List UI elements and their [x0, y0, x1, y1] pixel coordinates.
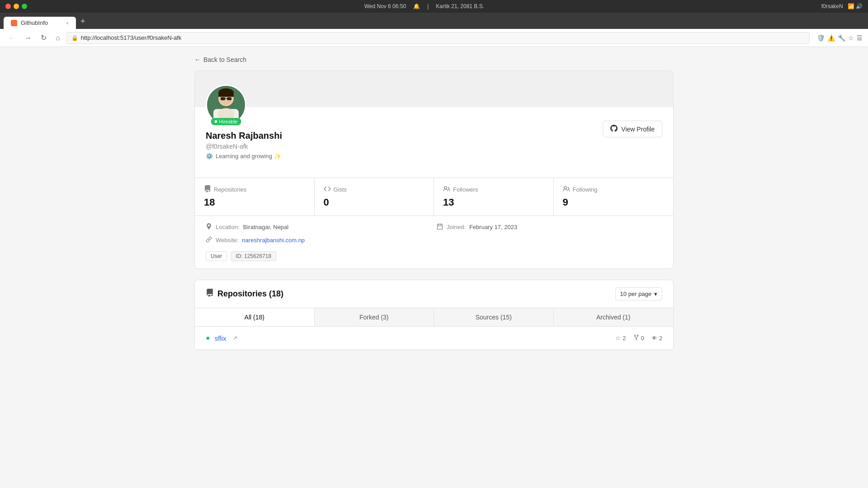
tab-all[interactable]: All (18) [195, 308, 315, 326]
github-icon [610, 125, 618, 133]
stars-value: 2 [623, 335, 626, 342]
maximize-dot[interactable] [22, 4, 27, 9]
following-icon [563, 185, 570, 194]
fork-icon [633, 334, 639, 342]
profile-card: View Profile [194, 70, 674, 269]
per-page-label: 10 per page [620, 291, 651, 297]
separator: | [427, 3, 429, 9]
stats-grid: Repositories 18 Gists 0 [195, 178, 673, 216]
id-tag: ID: 125626718 [231, 251, 276, 261]
tab-title: GithubInfo [21, 19, 48, 26]
hireable-dot [215, 120, 217, 123]
profile-meta: Location: Biratnagar, Nepal Joined: Febr… [195, 216, 673, 251]
repo-watchers: 👁 2 [651, 335, 662, 342]
view-profile-label: View Profile [621, 126, 655, 133]
repo-item-stats: ☆ 2 0 👁 2 [615, 334, 662, 342]
repositories-section: Repositories (18) 10 per page ▾ All (18)… [194, 280, 674, 350]
lock-icon: 🔒 [71, 35, 78, 41]
os-bar-right: f0rsakeN 📶 🔊 [821, 3, 863, 9]
back-button[interactable]: ← [5, 32, 18, 44]
url-bar[interactable]: 🔒 http://localhost:5173/user/f0rsakeN-af… [66, 32, 810, 44]
location-value: Biratnagar, Nepal [243, 224, 288, 230]
shield-icon: 🛡️ [817, 34, 825, 42]
location-item: Location: Biratnagar, Nepal [206, 223, 431, 231]
forward-button[interactable]: → [22, 32, 34, 44]
followers-icon [443, 185, 450, 194]
gists-label-text: Gists [334, 186, 347, 193]
profile-username: @f0rsakeN-afk [206, 143, 662, 150]
close-dot[interactable] [5, 4, 11, 9]
tab-forked[interactable]: Forked (3) [315, 308, 434, 326]
location-icon [206, 223, 212, 231]
followers-label-text: Followers [453, 186, 478, 193]
tab-archived[interactable]: Archived (1) [554, 308, 674, 326]
repo-title: Repositories (18) [206, 289, 283, 299]
svg-rect-6 [218, 92, 234, 97]
website-item: Website: nareshrajbanshi.com.np [206, 236, 431, 244]
user-tag: User [206, 251, 227, 261]
tab-bar: GithubInfo × + [0, 13, 868, 29]
repo-tabs: All (18) Forked (3) Sources (15) Archive… [195, 308, 673, 327]
home-button[interactable]: ⌂ [53, 32, 63, 44]
stat-repositories: Repositories 18 [195, 178, 315, 216]
stat-following-label: Following [563, 185, 665, 194]
joined-value: February 17, 2023 [469, 224, 517, 230]
following-value: 9 [563, 197, 665, 208]
repo-item-left: ● sflix ↗ [206, 334, 237, 342]
os-bar-center: Wed Nov 6 06:50 🔔 | Kartik 21, 2081 B.S. [364, 3, 484, 9]
back-arrow-icon: ← [194, 56, 201, 63]
website-label: Website: [216, 237, 238, 244]
nav-bar: ← → ↻ ⌂ 🔒 http://localhost:5173/user/f0r… [0, 29, 868, 47]
chevron-down-icon: ▾ [654, 291, 657, 297]
svg-rect-8 [227, 97, 231, 100]
reload-button[interactable]: ↻ [38, 32, 49, 44]
url-text: http://localhost:5173/user/f0rsakeN-afk [81, 34, 182, 41]
bookmark-icon[interactable]: ☆ [848, 34, 854, 42]
minimize-dot[interactable] [14, 4, 19, 9]
back-to-search-label: Back to Search [203, 56, 246, 63]
tab-close-button[interactable]: × [66, 20, 69, 26]
location-label: Location: [216, 224, 240, 230]
hireable-badge: Hireable [211, 118, 241, 125]
notification-icon: 🔔 [413, 3, 420, 9]
joined-item: Joined: February 17, 2023 [437, 223, 662, 231]
view-profile-button[interactable]: View Profile [603, 121, 662, 137]
tab-sources[interactable]: Sources (15) [434, 308, 554, 326]
bio-icon: ⚙️ [206, 153, 213, 160]
profile-name: Naresh Rajbanshi [206, 131, 662, 141]
stat-following: Following 9 [554, 178, 674, 216]
watchers-value: 2 [659, 335, 662, 342]
stat-gists: Gists 0 [315, 178, 434, 216]
os-bar: Wed Nov 6 06:50 🔔 | Kartik 21, 2081 B.S.… [0, 0, 868, 13]
per-page-select[interactable]: 10 per page ▾ [615, 287, 662, 300]
website-link[interactable]: nareshrajbanshi.com.np [242, 237, 305, 244]
repositories-label-text: Repositories [214, 186, 246, 193]
repo-title-icon [206, 289, 214, 299]
gists-icon [324, 185, 331, 194]
tab-favicon [11, 20, 17, 26]
repo-forks: 0 [633, 334, 644, 342]
menu-icon[interactable]: ☰ [857, 34, 863, 42]
star-icon: ☆ [615, 335, 621, 342]
warning-icon: ⚠️ [827, 34, 835, 42]
repositories-value: 18 [204, 197, 305, 208]
link-icon [206, 236, 212, 244]
calendar-icon [437, 223, 443, 231]
stat-gists-label: Gists [324, 185, 425, 194]
repo-header: Repositories (18) 10 per page ▾ [195, 280, 673, 308]
avatar-wrap: Hireable [206, 84, 246, 125]
following-label-text: Following [573, 186, 598, 193]
stat-followers: Followers 13 [434, 178, 554, 216]
repo-item: ● sflix ↗ ☆ 2 0 👁 [195, 327, 673, 350]
page-content: ← Back to Search View Profile [0, 47, 868, 488]
repo-item-name[interactable]: sflix [215, 334, 226, 342]
new-tab-button[interactable]: + [76, 14, 90, 29]
os-time: Wed Nov 6 06:50 [364, 3, 406, 9]
svg-rect-7 [221, 97, 225, 100]
profile-header-bg [195, 71, 673, 107]
followers-value: 13 [443, 197, 544, 208]
back-to-search-link[interactable]: ← Back to Search [194, 56, 674, 63]
hireable-label: Hireable [219, 119, 238, 124]
active-tab[interactable]: GithubInfo × [4, 17, 76, 29]
profile-body: Hireable Naresh Rajbanshi @f0rsakeN-afk … [195, 107, 673, 170]
